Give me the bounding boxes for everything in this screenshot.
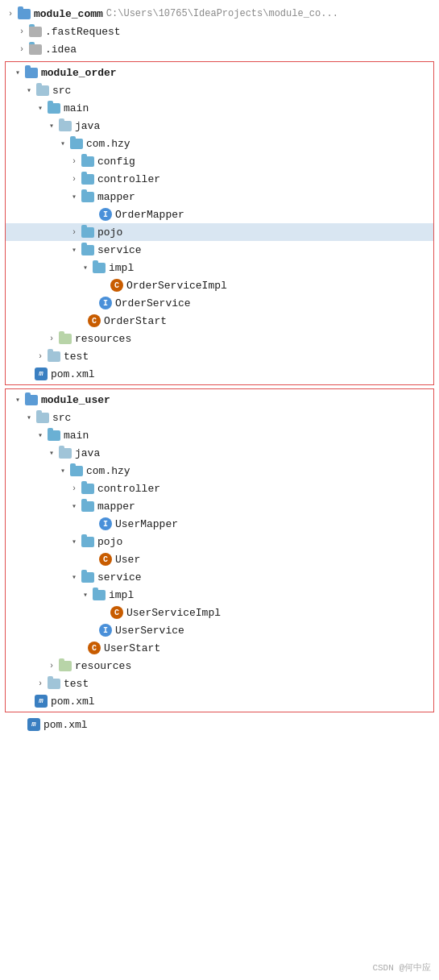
order-OrderServiceImpl[interactable]: C OrderServiceImpl (6, 276, 433, 294)
folder-icon-user-main (48, 430, 60, 441)
order-OrderStart-label: OrderStart (104, 315, 167, 327)
user-pom-label: pom.xml (51, 696, 95, 708)
user-User[interactable]: C User (6, 550, 433, 568)
user-controller[interactable]: controller (6, 480, 433, 497)
arrow-order-controller (68, 173, 80, 185)
folder-icon-order-impl (93, 263, 106, 273)
user-pojo-label: pojo (97, 536, 122, 548)
user-UserService-label: UserService (115, 625, 184, 637)
order-impl[interactable]: impl (6, 259, 433, 276)
module-user-label: module_user (41, 394, 110, 406)
arrow-user-main (35, 430, 46, 441)
arrow-order-java (46, 120, 57, 131)
user-impl[interactable]: impl (6, 586, 433, 604)
user-test[interactable]: test (6, 675, 433, 692)
folder-icon-order-src (36, 85, 49, 96)
user-java[interactable]: java (6, 444, 433, 462)
user-src-label: src (52, 412, 71, 424)
arrow-user-src (23, 412, 35, 423)
arrow-user-comhzy (57, 465, 68, 476)
order-controller[interactable]: controller (6, 170, 433, 188)
order-OrderStart[interactable]: C OrderStart (6, 312, 433, 330)
idea-label: .idea (45, 44, 77, 56)
user-pojo[interactable]: pojo (6, 533, 433, 550)
order-comhzy-label: com.hzy (86, 138, 130, 150)
order-controller-label: controller (97, 173, 160, 185)
order-java-label: java (75, 120, 100, 132)
module-comm-root[interactable]: module_comm C:\Users\10765\IdeaProjects\… (0, 5, 439, 23)
order-config[interactable]: config (6, 152, 433, 170)
folder-icon-user-controller (81, 484, 94, 494)
order-config-label: config (97, 156, 135, 168)
user-UserMapper[interactable]: I UserMapper (6, 515, 433, 533)
folder-icon-user-impl (93, 590, 106, 600)
user-resources[interactable]: resources (6, 657, 433, 675)
folder-icon-order-pojo (81, 227, 94, 238)
order-src[interactable]: src (6, 81, 433, 99)
order-OrderMapper-label: OrderMapper (115, 209, 184, 221)
order-mapper[interactable]: mapper (6, 188, 433, 206)
fastRequest-label: .fastRequest (45, 26, 121, 38)
arrow-order-service (68, 244, 80, 255)
user-pom[interactable]: m pom.xml (6, 692, 433, 710)
order-OrderService[interactable]: I OrderService (6, 294, 433, 312)
order-impl-label: impl (109, 262, 134, 274)
badge-OrderMapper: I (99, 208, 112, 221)
user-UserServiceImpl[interactable]: C UserServiceImpl (6, 604, 433, 621)
root-pom[interactable]: m pom.xml (0, 716, 439, 733)
arrow-user-mapper (68, 500, 80, 512)
fastRequest-item[interactable]: .fastRequest (0, 23, 439, 40)
badge-order-pom: m (35, 368, 48, 380)
folder-icon-user-comhzy (70, 466, 83, 476)
order-pom[interactable]: m pom.xml (6, 365, 433, 383)
order-resources-label: resources (75, 333, 131, 345)
module-comm-path: C:\Users\10765\IdeaProjects\module_co... (106, 8, 338, 19)
folder-icon-order-main (48, 103, 60, 114)
user-mapper[interactable]: mapper (6, 497, 433, 515)
order-pom-label: pom.xml (51, 368, 95, 380)
module-order-root[interactable]: module_order (6, 64, 433, 81)
order-service-label: service (97, 244, 142, 256)
user-comhzy[interactable]: com.hzy (6, 462, 433, 480)
arrow-order-resources (46, 333, 57, 344)
idea-item[interactable]: .idea (0, 40, 439, 58)
order-OrderMapper[interactable]: I OrderMapper (6, 206, 433, 223)
folder-icon-user-test (48, 679, 60, 689)
arrow-module-user (12, 394, 23, 405)
user-main[interactable]: main (6, 426, 433, 444)
folder-icon-module-user (25, 395, 38, 405)
user-UserService[interactable]: I UserService (6, 621, 433, 639)
badge-OrderStart: C (88, 314, 101, 327)
folder-icon-user-resources (59, 661, 72, 671)
arrow-user-java (46, 447, 57, 459)
order-resources[interactable]: resources (6, 330, 433, 347)
folder-icon-order-resources (59, 334, 72, 344)
user-service[interactable]: service (6, 568, 433, 586)
order-comhzy[interactable]: com.hzy (6, 135, 433, 152)
order-pojo-label: pojo (97, 226, 122, 239)
arrow-user-impl (80, 589, 91, 600)
module-user-box: module_user src main java com.hzy (5, 388, 434, 712)
user-UserStart[interactable]: C UserStart (6, 639, 433, 657)
badge-User: C (99, 553, 112, 566)
user-resources-label: resources (75, 660, 131, 672)
order-src-label: src (52, 85, 71, 97)
folder-icon-module-comm (18, 9, 31, 19)
module-comm-label: module_comm (34, 8, 103, 20)
order-main-label: main (64, 102, 89, 114)
user-UserServiceImpl-label: UserServiceImpl (126, 607, 221, 619)
order-service[interactable]: service (6, 241, 433, 259)
order-java[interactable]: java (6, 117, 433, 135)
user-src[interactable]: src (6, 409, 433, 426)
arrow-order-comhzy (57, 138, 68, 149)
order-test[interactable]: test (6, 347, 433, 365)
folder-icon-order-config (81, 156, 94, 167)
arrow-order-config (68, 156, 80, 167)
arrow-order-test (35, 351, 46, 362)
order-pojo[interactable]: pojo (6, 223, 433, 241)
folder-icon-order-java (59, 121, 72, 131)
order-main[interactable]: main (6, 99, 433, 117)
arrow-fastRequest (16, 26, 27, 37)
module-user-root[interactable]: module_user (6, 391, 433, 409)
order-test-label: test (64, 351, 89, 363)
